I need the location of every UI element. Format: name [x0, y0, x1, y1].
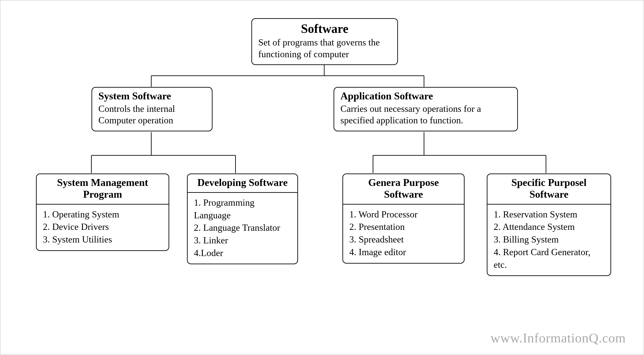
node-application-software-subtitle: Carries out necessary operations for a s… [340, 103, 511, 126]
node-system-software-subtitle: Controls the internal Computer operation [98, 103, 206, 126]
watermark: www.InformationQ.com [490, 330, 626, 346]
node-system-software-title: System Software [98, 90, 206, 102]
divider [37, 204, 168, 205]
node-application-software-title: Application Software [340, 90, 511, 102]
diagram-canvas: Software Set of programs that governs th… [9, 9, 635, 346]
node-smp-title: System Management Program [43, 177, 162, 200]
divider [343, 204, 464, 205]
node-gen-title: Genera Purpose Software [349, 177, 458, 200]
node-smp-items: 1. Operating System2. Device Drivers3. S… [43, 208, 162, 246]
node-spec-items: 1. Reservation System2. Attendance Syste… [494, 208, 604, 271]
node-gen-items: 1. Word Processor2. Presentation3. Sprea… [349, 208, 458, 259]
node-software-title: Software [258, 21, 391, 36]
divider [188, 192, 297, 193]
node-spec-title: Specific Purposel Software [494, 177, 604, 200]
divider [488, 204, 610, 205]
node-system-management-program: System Management Program 1. Operating S… [36, 174, 169, 251]
node-general-purpose-software: Genera Purpose Software 1. Word Processo… [342, 174, 464, 264]
node-system-software: System Software Controls the internal Co… [92, 87, 212, 131]
node-software-subtitle: Set of programs that governs the functio… [258, 37, 391, 60]
node-specific-purpose-software: Specific Purposel Software 1. Reservatio… [487, 174, 611, 276]
node-software: Software Set of programs that governs th… [252, 18, 398, 65]
node-dev-title: Developing Software [194, 177, 291, 189]
node-dev-items: 1. Programming Language2. Language Trans… [194, 196, 291, 259]
node-application-software: Application Software Carries out necessa… [334, 87, 518, 131]
node-developing-software: Developing Software 1. Programming Langu… [187, 174, 298, 264]
